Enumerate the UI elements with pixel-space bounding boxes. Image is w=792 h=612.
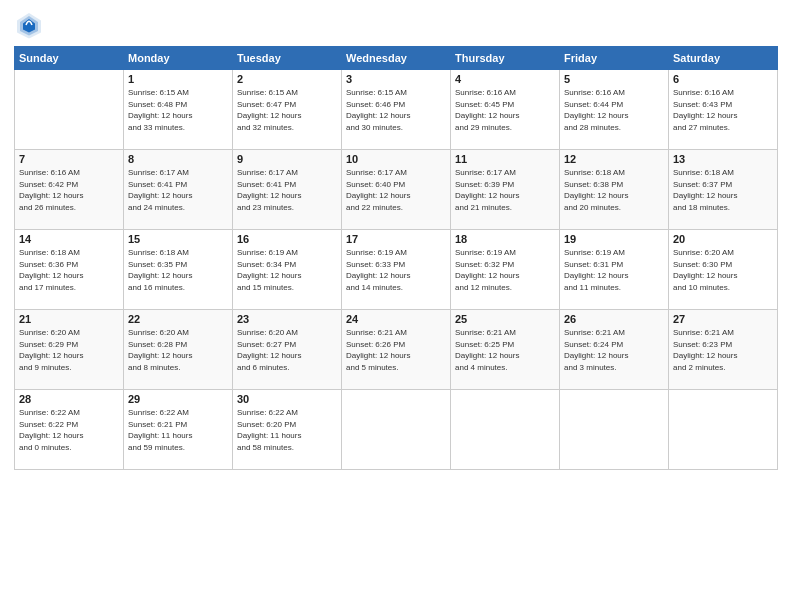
calendar-cell: 21Sunrise: 6:20 AM Sunset: 6:29 PM Dayli… [15,310,124,390]
calendar-cell: 6Sunrise: 6:16 AM Sunset: 6:43 PM Daylig… [669,70,778,150]
cell-info: Sunrise: 6:19 AM Sunset: 6:33 PM Dayligh… [346,247,446,293]
calendar-week-3: 14Sunrise: 6:18 AM Sunset: 6:36 PM Dayli… [15,230,778,310]
calendar-cell: 27Sunrise: 6:21 AM Sunset: 6:23 PM Dayli… [669,310,778,390]
day-number: 15 [128,233,228,245]
calendar-cell: 11Sunrise: 6:17 AM Sunset: 6:39 PM Dayli… [451,150,560,230]
cell-info: Sunrise: 6:20 AM Sunset: 6:30 PM Dayligh… [673,247,773,293]
day-number: 22 [128,313,228,325]
day-number: 6 [673,73,773,85]
day-number: 8 [128,153,228,165]
calendar-cell: 13Sunrise: 6:18 AM Sunset: 6:37 PM Dayli… [669,150,778,230]
cell-info: Sunrise: 6:22 AM Sunset: 6:22 PM Dayligh… [19,407,119,453]
cell-info: Sunrise: 6:16 AM Sunset: 6:42 PM Dayligh… [19,167,119,213]
cell-info: Sunrise: 6:18 AM Sunset: 6:37 PM Dayligh… [673,167,773,213]
calendar-cell: 5Sunrise: 6:16 AM Sunset: 6:44 PM Daylig… [560,70,669,150]
cell-info: Sunrise: 6:18 AM Sunset: 6:35 PM Dayligh… [128,247,228,293]
calendar-cell: 19Sunrise: 6:19 AM Sunset: 6:31 PM Dayli… [560,230,669,310]
calendar-cell [669,390,778,470]
calendar-cell [342,390,451,470]
calendar-cell: 28Sunrise: 6:22 AM Sunset: 6:22 PM Dayli… [15,390,124,470]
cell-info: Sunrise: 6:18 AM Sunset: 6:36 PM Dayligh… [19,247,119,293]
day-number: 26 [564,313,664,325]
cell-info: Sunrise: 6:21 AM Sunset: 6:24 PM Dayligh… [564,327,664,373]
calendar-cell: 17Sunrise: 6:19 AM Sunset: 6:33 PM Dayli… [342,230,451,310]
day-number: 23 [237,313,337,325]
calendar-cell: 3Sunrise: 6:15 AM Sunset: 6:46 PM Daylig… [342,70,451,150]
day-number: 24 [346,313,446,325]
day-number: 10 [346,153,446,165]
calendar-cell: 22Sunrise: 6:20 AM Sunset: 6:28 PM Dayli… [124,310,233,390]
day-number: 3 [346,73,446,85]
day-header-sunday: Sunday [15,47,124,70]
logo-icon [14,10,44,40]
calendar-week-5: 28Sunrise: 6:22 AM Sunset: 6:22 PM Dayli… [15,390,778,470]
day-number: 4 [455,73,555,85]
day-header-saturday: Saturday [669,47,778,70]
day-number: 18 [455,233,555,245]
day-number: 12 [564,153,664,165]
cell-info: Sunrise: 6:16 AM Sunset: 6:45 PM Dayligh… [455,87,555,133]
calendar-cell: 4Sunrise: 6:16 AM Sunset: 6:45 PM Daylig… [451,70,560,150]
cell-info: Sunrise: 6:19 AM Sunset: 6:34 PM Dayligh… [237,247,337,293]
calendar-cell: 9Sunrise: 6:17 AM Sunset: 6:41 PM Daylig… [233,150,342,230]
day-header-tuesday: Tuesday [233,47,342,70]
cell-info: Sunrise: 6:16 AM Sunset: 6:44 PM Dayligh… [564,87,664,133]
day-number: 17 [346,233,446,245]
calendar-cell: 18Sunrise: 6:19 AM Sunset: 6:32 PM Dayli… [451,230,560,310]
calendar-week-2: 7Sunrise: 6:16 AM Sunset: 6:42 PM Daylig… [15,150,778,230]
cell-info: Sunrise: 6:20 AM Sunset: 6:28 PM Dayligh… [128,327,228,373]
day-number: 27 [673,313,773,325]
day-number: 7 [19,153,119,165]
day-header-wednesday: Wednesday [342,47,451,70]
calendar-cell: 1Sunrise: 6:15 AM Sunset: 6:48 PM Daylig… [124,70,233,150]
day-number: 30 [237,393,337,405]
calendar-cell: 15Sunrise: 6:18 AM Sunset: 6:35 PM Dayli… [124,230,233,310]
cell-info: Sunrise: 6:17 AM Sunset: 6:41 PM Dayligh… [128,167,228,213]
cell-info: Sunrise: 6:17 AM Sunset: 6:39 PM Dayligh… [455,167,555,213]
calendar-cell: 20Sunrise: 6:20 AM Sunset: 6:30 PM Dayli… [669,230,778,310]
logo [14,10,48,40]
calendar-page: SundayMondayTuesdayWednesdayThursdayFrid… [0,0,792,612]
calendar-cell: 12Sunrise: 6:18 AM Sunset: 6:38 PM Dayli… [560,150,669,230]
cell-info: Sunrise: 6:21 AM Sunset: 6:23 PM Dayligh… [673,327,773,373]
calendar-cell [15,70,124,150]
cell-info: Sunrise: 6:15 AM Sunset: 6:48 PM Dayligh… [128,87,228,133]
cell-info: Sunrise: 6:20 AM Sunset: 6:29 PM Dayligh… [19,327,119,373]
day-number: 9 [237,153,337,165]
day-header-monday: Monday [124,47,233,70]
calendar-cell: 23Sunrise: 6:20 AM Sunset: 6:27 PM Dayli… [233,310,342,390]
cell-info: Sunrise: 6:21 AM Sunset: 6:25 PM Dayligh… [455,327,555,373]
day-number: 21 [19,313,119,325]
calendar-cell: 30Sunrise: 6:22 AM Sunset: 6:20 PM Dayli… [233,390,342,470]
calendar-cell [451,390,560,470]
day-number: 11 [455,153,555,165]
calendar-cell: 24Sunrise: 6:21 AM Sunset: 6:26 PM Dayli… [342,310,451,390]
day-number: 28 [19,393,119,405]
cell-info: Sunrise: 6:22 AM Sunset: 6:20 PM Dayligh… [237,407,337,453]
calendar-header: SundayMondayTuesdayWednesdayThursdayFrid… [15,47,778,70]
day-number: 20 [673,233,773,245]
calendar-cell [560,390,669,470]
cell-info: Sunrise: 6:19 AM Sunset: 6:31 PM Dayligh… [564,247,664,293]
cell-info: Sunrise: 6:19 AM Sunset: 6:32 PM Dayligh… [455,247,555,293]
day-number: 29 [128,393,228,405]
day-number: 1 [128,73,228,85]
calendar-body: 1Sunrise: 6:15 AM Sunset: 6:48 PM Daylig… [15,70,778,470]
calendar-week-4: 21Sunrise: 6:20 AM Sunset: 6:29 PM Dayli… [15,310,778,390]
cell-info: Sunrise: 6:17 AM Sunset: 6:40 PM Dayligh… [346,167,446,213]
day-number: 25 [455,313,555,325]
calendar-table: SundayMondayTuesdayWednesdayThursdayFrid… [14,46,778,470]
day-number: 2 [237,73,337,85]
cell-info: Sunrise: 6:17 AM Sunset: 6:41 PM Dayligh… [237,167,337,213]
day-number: 5 [564,73,664,85]
header [14,10,778,40]
day-header-thursday: Thursday [451,47,560,70]
cell-info: Sunrise: 6:20 AM Sunset: 6:27 PM Dayligh… [237,327,337,373]
cell-info: Sunrise: 6:22 AM Sunset: 6:21 PM Dayligh… [128,407,228,453]
calendar-week-1: 1Sunrise: 6:15 AM Sunset: 6:48 PM Daylig… [15,70,778,150]
day-number: 13 [673,153,773,165]
calendar-cell: 26Sunrise: 6:21 AM Sunset: 6:24 PM Dayli… [560,310,669,390]
calendar-cell: 16Sunrise: 6:19 AM Sunset: 6:34 PM Dayli… [233,230,342,310]
calendar-cell: 29Sunrise: 6:22 AM Sunset: 6:21 PM Dayli… [124,390,233,470]
calendar-cell: 14Sunrise: 6:18 AM Sunset: 6:36 PM Dayli… [15,230,124,310]
